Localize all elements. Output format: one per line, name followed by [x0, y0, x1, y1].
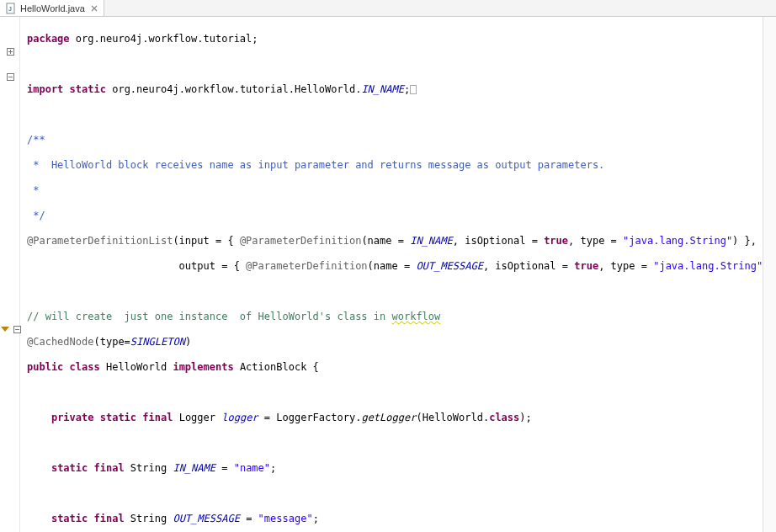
code-line: *	[27, 184, 763, 197]
editor-area: package org.neuro4j.workflow.tutorial; i…	[0, 17, 776, 532]
code-line: import static org.neuro4j.workflow.tutor…	[27, 83, 763, 96]
tab-bar: J HelloWorld.java	[0, 0, 776, 17]
code-line: static final String OUT_MESSAGE = "messa…	[27, 513, 763, 525]
close-tab-icon[interactable]	[90, 4, 98, 13]
code-line: @CachedNode(type=SINGLETON)	[27, 336, 763, 348]
code-line: output = { @ParameterDefinition(name = O…	[27, 260, 763, 273]
code-line	[27, 58, 763, 71]
code-line: public class HelloWorld implements Actio…	[27, 361, 763, 374]
fold-collapse-icon[interactable]	[2, 71, 19, 82]
code-line: private static final Logger logger = Log…	[27, 412, 763, 424]
code-line	[27, 386, 763, 399]
code-line: */	[27, 210, 763, 222]
folded-imports-icon[interactable]	[410, 85, 417, 94]
code-line	[27, 285, 763, 298]
code-line	[27, 109, 763, 121]
code-line: static final String IN_NAME = "name";	[27, 462, 763, 475]
code-line	[27, 487, 763, 500]
tab-filename: HelloWorld.java	[20, 3, 85, 13]
svg-text:J: J	[8, 6, 12, 12]
code-line: /**	[27, 134, 763, 146]
code-line: // will create just one instance of Hell…	[27, 311, 763, 323]
fold-collapse-icon[interactable]	[8, 323, 25, 335]
code-editor[interactable]: package org.neuro4j.workflow.tutorial; i…	[20, 17, 763, 532]
code-line: @ParameterDefinitionList(input = { @Para…	[27, 235, 763, 247]
gutter[interactable]	[0, 17, 20, 532]
fold-expand-icon[interactable]	[2, 45, 19, 57]
code-line	[27, 437, 763, 450]
code-line: package org.neuro4j.workflow.tutorial;	[27, 33, 763, 45]
code-line: * HelloWorld block receives name as inpu…	[27, 159, 763, 172]
vertical-scrollbar[interactable]	[763, 17, 776, 532]
editor-tab[interactable]: J HelloWorld.java	[0, 0, 104, 16]
java-file-icon: J	[5, 3, 17, 14]
